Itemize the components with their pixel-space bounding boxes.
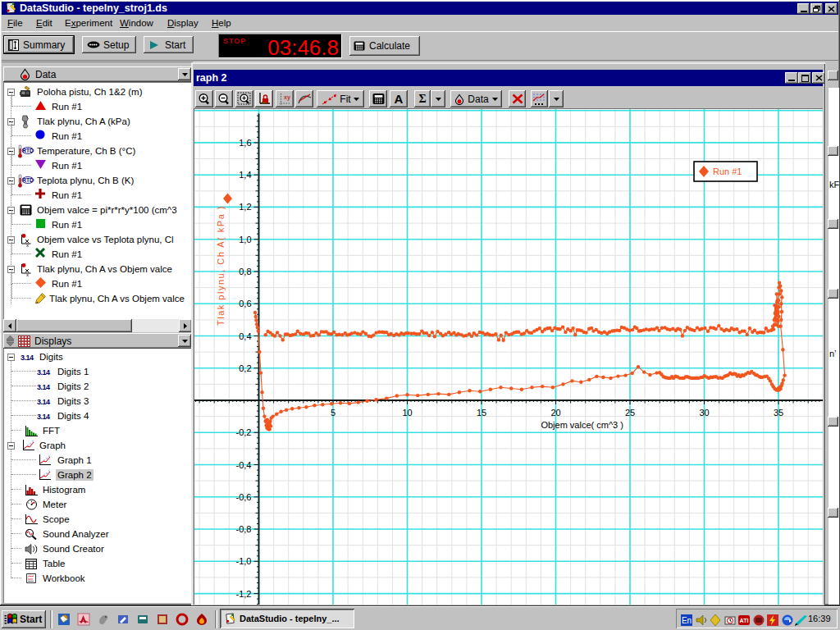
svg-text:30: 30 <box>699 408 709 418</box>
svg-text:5: 5 <box>331 408 336 418</box>
svg-text:3.14: 3.14 <box>37 398 50 405</box>
svg-text:-1,0: -1,0 <box>236 556 252 566</box>
svg-text:-0,6: -0,6 <box>236 492 252 502</box>
svg-text:1,4: 1,4 <box>239 170 251 180</box>
svg-text:0,4: 0,4 <box>239 331 251 341</box>
svg-text:Tlak plynu, Ch A( kPa ): Tlak plynu, Ch A( kPa ) <box>216 205 226 326</box>
svg-text:-0,8: -0,8 <box>236 524 252 534</box>
svg-text:En: En <box>682 616 692 625</box>
svg-text:3.14: 3.14 <box>37 413 50 420</box>
svg-text:35: 35 <box>774 408 783 418</box>
svg-text:1,0: 1,0 <box>239 235 251 244</box>
svg-text:1,6: 1,6 <box>239 138 251 148</box>
svg-text:10: 10 <box>402 408 412 418</box>
svg-text:25: 25 <box>625 408 635 418</box>
svg-text:-1,2: -1,2 <box>236 589 252 599</box>
svg-text:ATI: ATI <box>740 618 749 623</box>
svg-text:1,2: 1,2 <box>239 202 251 212</box>
svg-text:-0,2: -0,2 <box>236 427 252 437</box>
svg-text:0,8: 0,8 <box>239 267 251 276</box>
svg-text:3.14: 3.14 <box>37 383 50 390</box>
svg-text:Run #1: Run #1 <box>713 167 742 176</box>
svg-text:3.14: 3.14 <box>37 368 50 376</box>
svg-text:-0,4: -0,4 <box>236 460 252 470</box>
svg-text:20: 20 <box>550 408 560 418</box>
svg-text:0,2: 0,2 <box>239 363 251 373</box>
svg-text:Objem valce( cm^3 ): Objem valce( cm^3 ) <box>541 420 623 430</box>
svg-text:0,6: 0,6 <box>239 299 251 308</box>
svg-text:xy: xy <box>284 94 290 101</box>
svg-text:15: 15 <box>477 408 486 418</box>
